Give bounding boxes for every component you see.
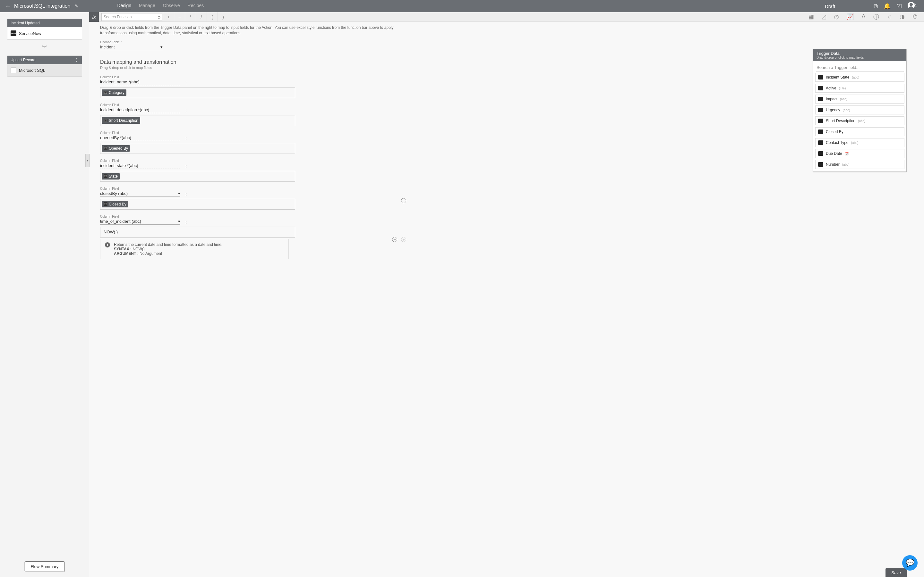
op-plus[interactable]: + xyxy=(163,12,174,22)
fn-cat-angle-icon[interactable]: ◿ xyxy=(822,13,826,21)
fn-cat-cubes-icon[interactable]: ⌬ xyxy=(913,13,918,21)
user-avatar-icon[interactable]: ⚠ xyxy=(908,2,919,11)
add-row-button[interactable]: + xyxy=(401,237,406,242)
trigger-card[interactable]: Incident Updated now ServiceNow xyxy=(7,19,82,40)
column-field-name: time_of_incident (abc) xyxy=(100,219,141,224)
mssql-icon xyxy=(11,67,16,73)
fn-cat-gear-icon[interactable]: ☼ xyxy=(887,13,892,21)
fn-cat-tune-icon[interactable]: ◑ xyxy=(900,13,905,21)
trigger-field-type: (abc) xyxy=(843,108,850,112)
tab-observe[interactable]: Observe xyxy=(163,3,180,9)
column-field-input[interactable]: closedBy (abc)▾ xyxy=(100,190,180,197)
pill-label: Closed By xyxy=(109,202,126,206)
column-field-input[interactable]: time_of_incident (abc)▾ xyxy=(100,218,180,225)
trigger-field-item[interactable]: Urgency(abc) xyxy=(815,105,905,114)
function-bar: fx Search Function ⌕ + − * / ( ) ▦ ◿ ◷ 📈… xyxy=(89,12,924,22)
column-field-input[interactable]: incident_state *(abc) xyxy=(100,163,180,169)
mapping-input[interactable]: ⬚Closed By xyxy=(100,199,295,210)
tab-design[interactable]: Design xyxy=(117,3,131,9)
op-mult[interactable]: * xyxy=(185,12,196,22)
flow-summary-button[interactable]: Flow Summary xyxy=(25,561,65,572)
top-tabs: Design Manage Observe Recipes xyxy=(117,3,204,9)
choose-table-label: Choose Table * xyxy=(100,40,393,44)
chevron-down-icon: ▾ xyxy=(160,45,163,49)
trigger-field-item[interactable]: Active(T/F) xyxy=(815,84,905,93)
field-row: Column Fieldincident_description *(abc):… xyxy=(100,103,393,126)
column-field-input[interactable]: incident_description *(abc) xyxy=(100,107,180,113)
column-field-input[interactable]: openedBy *(abc) xyxy=(100,135,180,141)
trigger-panel-sub: Drag & drop or click to map fields xyxy=(817,56,903,59)
trigger-field-item[interactable]: Closed By xyxy=(815,127,905,136)
help-icon[interactable]: ?⃝ xyxy=(897,3,902,10)
mapping-input[interactable]: ⬚Category xyxy=(100,87,295,98)
fn-cat-text-icon[interactable]: A xyxy=(861,13,865,21)
back-arrow-icon[interactable]: ← xyxy=(5,3,11,10)
colon: : xyxy=(186,192,187,197)
op-lparen[interactable]: ( xyxy=(207,12,218,22)
trigger-field-item[interactable]: Contact Type(abc) xyxy=(815,138,905,147)
fn-cat-info-icon[interactable]: ⓘ xyxy=(873,13,879,21)
op-rparen[interactable]: ) xyxy=(218,12,228,22)
column-field-name: closedBy (abc) xyxy=(100,191,128,196)
remove-row-button[interactable]: − xyxy=(392,237,397,242)
trigger-field-item[interactable]: Short Description(abc) xyxy=(815,116,905,125)
trigger-field-name: Incident State xyxy=(826,75,849,79)
remove-row-button[interactable]: − xyxy=(401,198,406,203)
column-field-input[interactable]: incident_name *(abc) xyxy=(100,79,180,85)
calendar-icon: 📅 xyxy=(845,152,849,155)
fn-cat-clock-icon[interactable]: ◷ xyxy=(834,13,839,21)
mapped-pill[interactable]: ⬚Opened By xyxy=(102,145,130,152)
info-icon: i xyxy=(105,242,110,247)
choose-table-select[interactable]: Incident ▾ xyxy=(100,44,163,50)
mapped-pill[interactable]: ⬚State xyxy=(102,173,120,179)
trigger-app-label: ServiceNow xyxy=(19,31,41,36)
chat-bubble-icon[interactable]: 💬 xyxy=(902,555,918,571)
mapped-pill[interactable]: ⬚Short Description xyxy=(102,117,140,124)
edit-title-icon[interactable]: ✎ xyxy=(75,3,79,9)
trigger-field-name: Urgency xyxy=(826,108,840,112)
op-div[interactable]: / xyxy=(196,12,207,22)
trigger-field-item[interactable]: Number(abc) xyxy=(815,160,905,169)
tab-manage[interactable]: Manage xyxy=(139,3,155,9)
flow-sidebar: Incident Updated now ServiceNow ︾ Upsert… xyxy=(0,12,89,577)
search-icon[interactable]: ⌕ xyxy=(158,14,161,20)
save-button[interactable]: Save xyxy=(885,568,907,577)
chevron-down-icon: ▾ xyxy=(178,191,180,196)
trigger-field-item[interactable]: Due Date📅 xyxy=(815,149,905,158)
column-field-label: Column Field xyxy=(100,75,180,79)
mapping-input[interactable]: ⬚State xyxy=(100,171,295,182)
servicenow-icon xyxy=(818,129,823,134)
mapping-input[interactable]: ⬚Opened By xyxy=(100,143,295,154)
trigger-field-type: (abc) xyxy=(842,163,850,166)
fx-icon[interactable]: fx xyxy=(89,12,99,22)
bell-icon[interactable]: 🔔 xyxy=(884,3,891,10)
action-card[interactable]: Upsert Record⋮ Microsoft SQL xyxy=(7,55,82,77)
servicenow-icon xyxy=(818,75,823,79)
column-field-label: Column Field xyxy=(100,131,180,135)
card-menu-icon[interactable]: ⋮ xyxy=(75,58,79,62)
mapped-pill[interactable]: ⬚Closed By xyxy=(102,201,128,207)
mapping-input[interactable]: NOW( ) xyxy=(100,227,295,237)
top-bar: ← MicrosoftSQL integration ✎ Design Mana… xyxy=(0,0,924,12)
open-external-icon[interactable]: ⧉ xyxy=(874,3,878,10)
mapped-pill[interactable]: ⬚Category xyxy=(102,89,126,96)
trigger-search-input[interactable]: Search a Trigger field... xyxy=(816,64,904,71)
action-app-label: Microsoft SQL xyxy=(19,68,45,73)
tab-recipes[interactable]: Recipes xyxy=(188,3,204,9)
mapping-input[interactable]: ⬚Short Description xyxy=(100,115,295,126)
op-minus[interactable]: − xyxy=(174,12,185,22)
collapse-sidebar-button[interactable]: ‹ xyxy=(86,154,90,167)
fn-cat-chart-icon[interactable]: 📈 xyxy=(846,13,854,21)
trigger-field-item[interactable]: Incident State(abc) xyxy=(815,73,905,82)
pill-source-icon: ⬚ xyxy=(103,91,107,94)
fn-cat-grid-icon[interactable]: ▦ xyxy=(809,13,814,21)
function-search-input[interactable]: Search Function ⌕ xyxy=(102,13,162,21)
trigger-field-type: (abc) xyxy=(851,141,859,145)
chevron-down-icon: ▾ xyxy=(178,219,180,224)
trigger-data-panel: Trigger Data Drag & drop or click to map… xyxy=(813,49,907,172)
colon: : xyxy=(186,164,187,169)
trigger-field-item[interactable]: Impact(abc) xyxy=(815,95,905,103)
field-row: Column Fieldtime_of_incident (abc)▾:NOW(… xyxy=(100,215,393,259)
pill-label: Category xyxy=(109,90,124,95)
choose-table-value: Incident xyxy=(100,45,115,49)
